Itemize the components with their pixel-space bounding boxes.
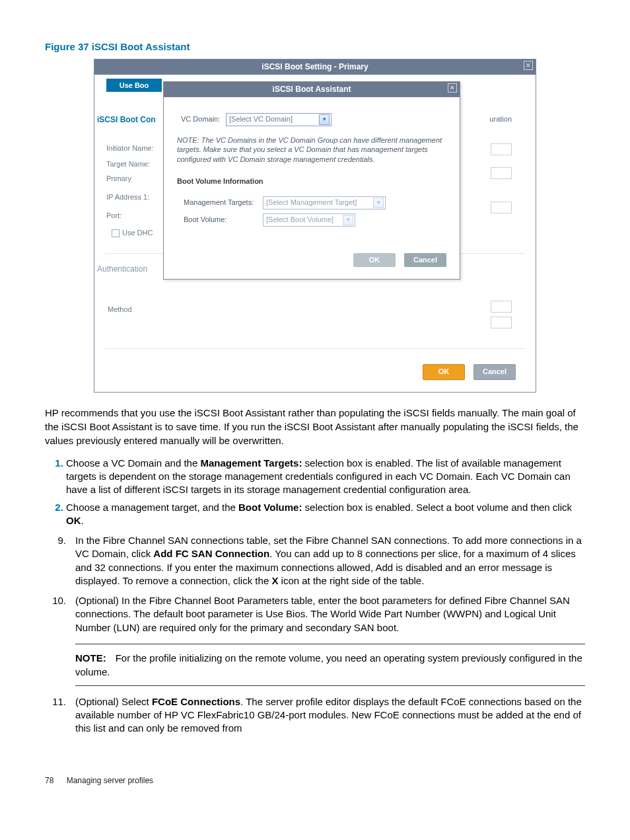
section-heading-iscsi-boot-config: iSCSI Boot Con: [97, 114, 156, 126]
input-shadow: [491, 202, 512, 213]
page-number: 78: [45, 776, 53, 785]
label-use-dhcp: Use DHC: [122, 228, 153, 238]
outer-dialog-title: iSCSI Boot Setting - Primary: [262, 62, 368, 71]
bold-text: Boot Volume:: [238, 502, 302, 513]
step-10: 10. (Optional) In the Fibre Channel Boot…: [45, 594, 585, 634]
label-ip-address: IP Address 1:: [106, 192, 149, 202]
input-shadow: [491, 143, 512, 155]
text: .: [81, 515, 84, 526]
label-target-name: Target Name:: [106, 159, 150, 169]
step-9: 9. In the Fibre Channel SAN connections …: [45, 534, 585, 588]
ok-button[interactable]: OK: [353, 253, 396, 267]
note-label: NOTE:: [75, 652, 106, 664]
checkbox-use-dhcp[interactable]: [112, 229, 120, 237]
close-icon[interactable]: ✕: [448, 83, 457, 93]
chevron-down-icon: ▾: [373, 198, 384, 208]
bold-text: Management Targets:: [200, 457, 302, 469]
select-boot-volume-value: [Select Boot Volume]: [266, 215, 339, 225]
close-icon[interactable]: ✕: [524, 61, 533, 70]
chevron-down-icon: ▾: [343, 215, 353, 225]
note-box: NOTE:For the profile initializing on the…: [75, 644, 585, 686]
step-11: 11. (Optional) Select FCoE Connections. …: [45, 695, 585, 736]
section-heading-authentication: Authentication: [97, 264, 147, 275]
step-number: 11.: [45, 695, 75, 736]
section-heading-boot-volume-info: Boot Volume Information: [177, 176, 446, 186]
select-vc-domain[interactable]: [Select VC Domain] ▾: [226, 113, 332, 126]
select-vc-domain-value: [Select VC Domain]: [229, 114, 315, 124]
bold-text: Add FC SAN Connection: [153, 548, 269, 559]
text: Choose a VC Domain and the: [66, 457, 200, 469]
text: icon at the right side of the table.: [278, 575, 424, 586]
bold-text: OK: [66, 515, 81, 526]
label-method: Method: [108, 305, 132, 315]
bold-text: FCoE Connections: [152, 696, 240, 707]
bold-text: X: [271, 575, 278, 586]
tab-use-boot[interactable]: Use Boo: [106, 79, 162, 92]
label-port: Port:: [106, 211, 122, 221]
cancel-button[interactable]: Cancel: [473, 364, 516, 379]
footer-section-title: Managing server profiles: [67, 776, 153, 785]
input-shadow: [491, 301, 512, 313]
screenshot-container: iSCSI Boot Setting - Primary ✕ Use Boo i…: [94, 59, 536, 393]
page-footer: 78 Managing server profiles: [45, 775, 585, 786]
inner-dialog-title: iSCSI Boot Assistant: [273, 85, 351, 94]
select-management-target-value: [Select Management Target]: [266, 198, 369, 208]
input-shadow: [491, 167, 512, 179]
label-initiator-name: Initiator Name:: [106, 143, 154, 153]
text: Choose a management target, and the: [66, 502, 238, 513]
label-primary: Primary: [106, 174, 131, 184]
step-number: 10.: [45, 594, 75, 634]
text: selection box is enabled. Select a boot …: [302, 502, 572, 513]
ok-button[interactable]: OK: [423, 364, 465, 379]
inner-dialog-body: VC Domain: [Select VC Domain] ▾ NOTE: Th…: [164, 97, 460, 279]
step-number: 9.: [45, 534, 75, 588]
figure-caption: Figure 37 iSCSI Boot Assistant: [45, 40, 585, 54]
text: (Optional) Select: [75, 696, 152, 707]
outer-dialog-body: Use Boo iSCSI Boot Con uration Initiator…: [94, 75, 536, 392]
sub-steps-list: Choose a VC Domain and the Management Ta…: [66, 457, 585, 527]
chevron-down-icon: ▾: [319, 114, 330, 125]
outer-dialog-buttons: OK Cancel: [416, 364, 516, 379]
sub-step-1: Choose a VC Domain and the Management Ta…: [66, 457, 585, 497]
label-vc-domain: VC Domain:: [181, 114, 226, 124]
paragraph-intro: HP recommends that you use the iSCSI Boo…: [45, 406, 585, 447]
input-shadow: [491, 317, 512, 328]
label-management-targets: Management Targets:: [184, 198, 263, 208]
select-boot-volume[interactable]: [Select Boot Volume] ▾: [263, 213, 355, 227]
select-management-target[interactable]: [Select Management Target] ▾: [263, 196, 386, 210]
partial-text-right: uration: [489, 114, 512, 124]
note-text: NOTE: The VC Domains in the VC Domain Gr…: [177, 135, 446, 165]
cancel-button[interactable]: Cancel: [404, 253, 446, 267]
sub-step-2: Choose a management target, and the Boot…: [66, 501, 585, 528]
note-text: For the profile initializing on the remo…: [75, 652, 582, 677]
text: (Optional) In the Fibre Channel Boot Par…: [75, 594, 585, 634]
label-boot-volume: Boot Volume:: [184, 215, 263, 225]
inner-dialog-title-bar: iSCSI Boot Assistant ✕: [164, 82, 460, 97]
inner-dialog: iSCSI Boot Assistant ✕ VC Domain: [Selec…: [163, 81, 460, 280]
outer-dialog-title-bar: iSCSI Boot Setting - Primary ✕: [94, 59, 536, 75]
